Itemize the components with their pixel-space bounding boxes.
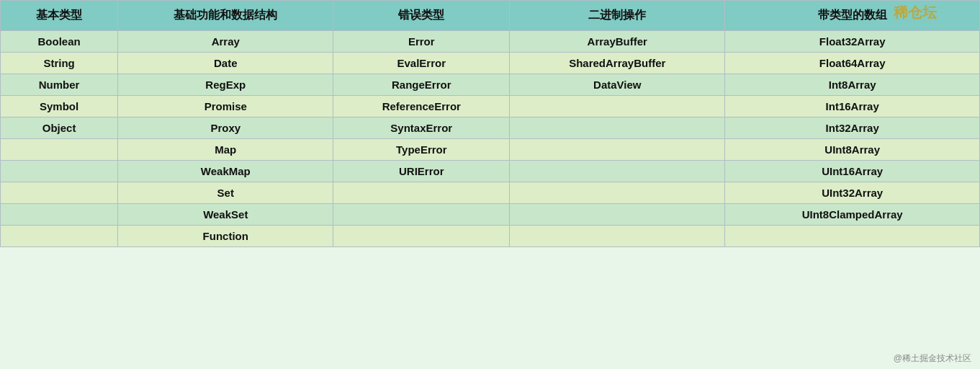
table-cell-3-3: [510, 96, 725, 117]
table-cell-5-0: [1, 139, 118, 161]
table-cell-4-0: Object: [1, 117, 118, 139]
table-cell-1-0: String: [1, 53, 118, 74]
table-cell-4-1: Proxy: [118, 117, 333, 139]
table-cell-0-4: Float32Array: [725, 31, 980, 53]
table-cell-5-2: TypeError: [333, 139, 510, 161]
table-cell-1-4: Float64Array: [725, 53, 980, 74]
table-cell-1-3: SharedArrayBuffer: [510, 53, 725, 74]
table-row: Function: [1, 226, 980, 247]
table-cell-6-0: [1, 161, 118, 182]
table-row: MapTypeErrorUInt8Array: [1, 139, 980, 161]
logo-overlay: 稀仓坛: [894, 3, 937, 22]
table-cell-3-4: Int16Array: [725, 96, 980, 117]
data-table: 基本类型基础功能和数据结构错误类型二进制操作带类型的数组 BooleanArra…: [0, 0, 980, 247]
table-cell-4-4: Int32Array: [725, 117, 980, 139]
table-cell-9-1: Function: [118, 226, 333, 247]
table-cell-5-3: [510, 139, 725, 161]
header-cell-3: 二进制操作: [510, 1, 725, 31]
table-row: StringDateEvalErrorSharedArrayBufferFloa…: [1, 53, 980, 74]
table-cell-1-1: Date: [118, 53, 333, 74]
table-row: WeakSetUInt8ClampedArray: [1, 204, 980, 226]
table-cell-2-1: RegExp: [118, 74, 333, 96]
table-row: ObjectProxySyntaxErrorInt32Array: [1, 117, 980, 139]
header-cell-2: 错误类型: [333, 1, 510, 31]
table-cell-0-3: ArrayBuffer: [510, 31, 725, 53]
table-cell-5-1: Map: [118, 139, 333, 161]
table-cell-3-0: Symbol: [1, 96, 118, 117]
table-cell-9-0: [1, 226, 118, 247]
table-cell-8-3: [510, 204, 725, 226]
table-wrapper: 基本类型基础功能和数据结构错误类型二进制操作带类型的数组 BooleanArra…: [0, 0, 980, 369]
table-cell-6-2: URIError: [333, 161, 510, 182]
table-cell-3-2: ReferenceError: [333, 96, 510, 117]
header-cell-4: 带类型的数组: [725, 1, 980, 31]
table-cell-7-2: [333, 182, 510, 204]
table-cell-2-4: Int8Array: [725, 74, 980, 96]
table-row: SymbolPromiseReferenceErrorInt16Array: [1, 96, 980, 117]
table-cell-9-4: [725, 226, 980, 247]
table-cell-9-3: [510, 226, 725, 247]
table-row: NumberRegExpRangeErrorDataViewInt8Array: [1, 74, 980, 96]
table-row: WeakMapURIErrorUInt16Array: [1, 161, 980, 182]
table-cell-2-2: RangeError: [333, 74, 510, 96]
table-cell-7-1: Set: [118, 182, 333, 204]
table-cell-7-3: [510, 182, 725, 204]
header-cell-0: 基本类型: [1, 1, 118, 31]
table-cell-3-1: Promise: [118, 96, 333, 117]
table-cell-7-4: UInt32Array: [725, 182, 980, 204]
table-cell-8-1: WeakSet: [118, 204, 333, 226]
watermark: @稀土掘金技术社区: [894, 352, 971, 365]
table-cell-1-2: EvalError: [333, 53, 510, 74]
header-cell-1: 基础功能和数据结构: [118, 1, 333, 31]
table-cell-5-4: UInt8Array: [725, 139, 980, 161]
table-cell-8-2: [333, 204, 510, 226]
table-row: BooleanArrayErrorArrayBufferFloat32Array: [1, 31, 980, 53]
table-cell-8-0: [1, 204, 118, 226]
table-cell-6-4: UInt16Array: [725, 161, 980, 182]
table-cell-8-4: UInt8ClampedArray: [725, 204, 980, 226]
table-cell-0-2: Error: [333, 31, 510, 53]
table-cell-6-1: WeakMap: [118, 161, 333, 182]
table-cell-4-3: [510, 117, 725, 139]
table-cell-6-3: [510, 161, 725, 182]
table-cell-4-2: SyntaxError: [333, 117, 510, 139]
table-cell-2-3: DataView: [510, 74, 725, 96]
table-cell-7-0: [1, 182, 118, 204]
table-cell-0-1: Array: [118, 31, 333, 53]
table-cell-9-2: [333, 226, 510, 247]
table-cell-2-0: Number: [1, 74, 118, 96]
table-row: SetUInt32Array: [1, 182, 980, 204]
table-cell-0-0: Boolean: [1, 31, 118, 53]
